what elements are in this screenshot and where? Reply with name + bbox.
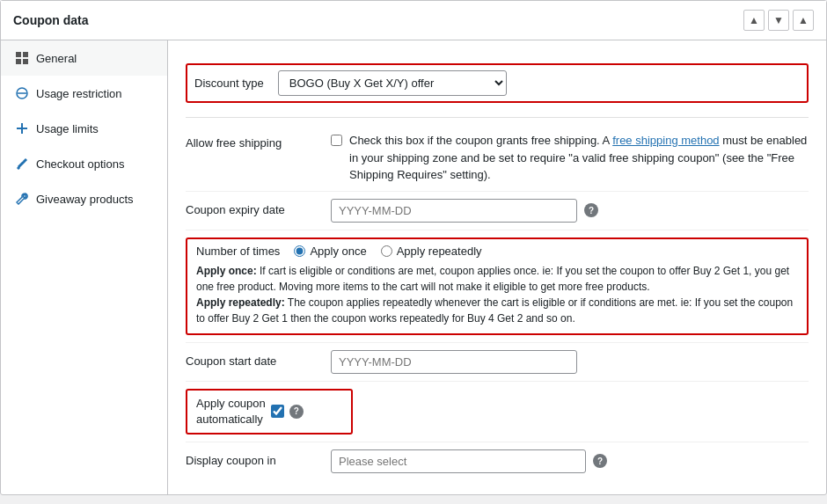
display-coupon-input[interactable]	[331, 449, 586, 473]
sidebar-item-checkout-options[interactable]: Checkout options	[1, 146, 167, 181]
expiry-date-input[interactable]	[331, 199, 577, 223]
apply-once-desc: If cart is eligible or conditions are me…	[196, 265, 789, 293]
radio-group: Apply once Apply repeatedly	[294, 245, 481, 258]
apply-once-option[interactable]: Apply once	[294, 245, 366, 258]
page-title: Coupon data	[13, 13, 89, 27]
free-shipping-text: Check this box if the coupon grants free…	[349, 132, 809, 184]
sidebar-label-usage-restriction: Usage restriction	[36, 87, 122, 100]
expiry-date-help-icon[interactable]: ?	[584, 203, 598, 217]
expand-button[interactable]: ▲	[793, 10, 814, 31]
form-rows: Allow free shipping Check this box if th…	[186, 121, 809, 480]
grid-icon	[15, 51, 29, 65]
free-shipping-content: Check this box if the coupon grants free…	[331, 132, 809, 184]
apply-repeatedly-radio[interactable]	[381, 245, 392, 257]
sidebar: General Usage restriction Usage limits C…	[1, 40, 168, 494]
coupon-header: Coupon data ▲ ▼ ▲	[1, 1, 826, 40]
no-entry-icon	[15, 86, 29, 100]
free-shipping-label: Allow free shipping	[186, 132, 331, 150]
start-date-row: Coupon start date	[186, 343, 809, 382]
free-shipping-checkbox-row: Check this box if the coupon grants free…	[331, 132, 809, 184]
apply-once-label: Apply once	[310, 245, 366, 258]
apply-repeatedly-label: Apply repeatedly	[397, 245, 482, 258]
display-coupon-help-icon[interactable]: ?	[593, 454, 607, 468]
svg-rect-2	[16, 59, 21, 64]
sidebar-label-checkout-options: Checkout options	[36, 157, 124, 171]
header-controls: ▲ ▼ ▲	[743, 10, 814, 31]
display-coupon-row: Display coupon in ?	[186, 442, 809, 480]
apply-auto-help-icon[interactable]: ?	[289, 405, 304, 419]
sidebar-label-usage-limits: Usage limits	[36, 122, 99, 135]
svg-rect-0	[16, 52, 21, 57]
collapse-up-button[interactable]: ▲	[743, 10, 765, 31]
free-shipping-checkbox[interactable]	[331, 135, 342, 146]
plus-icon	[15, 121, 29, 135]
apply-repeatedly-option[interactable]: Apply repeatedly	[381, 245, 482, 258]
apply-once-radio[interactable]	[294, 245, 305, 257]
collapse-down-button[interactable]: ▼	[768, 10, 789, 31]
sidebar-item-general[interactable]: General	[1, 40, 167, 76]
start-date-label: Coupon start date	[186, 350, 331, 368]
main-content: Discount type Percentage discount Fixed …	[168, 40, 826, 494]
wrench2-icon	[15, 192, 29, 206]
number-of-times-label: Number of times	[196, 245, 280, 258]
apply-auto-checkbox[interactable]	[271, 405, 284, 418]
free-shipping-row: Allow free shipping Check this box if th…	[186, 125, 809, 192]
svg-rect-1	[23, 52, 28, 57]
sidebar-item-giveaway-products[interactable]: Giveaway products	[1, 181, 167, 216]
start-date-content	[331, 350, 809, 374]
free-shipping-link[interactable]: free shipping method	[612, 134, 719, 147]
discount-type-highlighted-box: Discount type Percentage discount Fixed …	[186, 63, 809, 103]
sidebar-item-usage-restriction[interactable]: Usage restriction	[1, 76, 167, 111]
sidebar-label-giveaway-products: Giveaway products	[36, 193, 134, 206]
display-coupon-content: ?	[331, 449, 809, 473]
apply-repeatedly-bold: Apply repeatedly:	[196, 296, 285, 309]
number-of-times-row: Number of times Apply once Apply repeate…	[186, 230, 809, 343]
apply-description: Apply once: If cart is eligible or condi…	[196, 263, 798, 326]
apply-once-bold: Apply once:	[196, 265, 257, 277]
coupon-body: General Usage restriction Usage limits C…	[1, 40, 826, 494]
sidebar-label-general: General	[36, 52, 77, 65]
wrench-icon	[15, 157, 29, 171]
number-of-times-content: Number of times Apply once Apply repeate…	[186, 237, 809, 335]
discount-type-label: Discount type	[194, 77, 264, 90]
discount-type-select[interactable]: Percentage discount Fixed cart discount …	[278, 70, 507, 96]
svg-rect-3	[23, 59, 28, 64]
apply-auto-label: Apply coupon automatically	[196, 396, 266, 427]
apply-repeatedly-desc: The coupon applies repeatedly whenever t…	[196, 296, 793, 325]
expiry-date-content: ?	[331, 199, 809, 223]
expiry-date-label: Coupon expiry date	[186, 199, 331, 216]
apply-auto-row: Apply coupon automatically ?	[186, 382, 809, 442]
expiry-date-row: Coupon expiry date ?	[186, 192, 809, 230]
display-coupon-label: Display coupon in	[186, 449, 331, 467]
discount-type-section: Discount type Percentage discount Fixed …	[186, 55, 809, 118]
sidebar-item-usage-limits[interactable]: Usage limits	[1, 111, 167, 146]
start-date-input[interactable]	[331, 350, 577, 374]
apply-auto-content: Apply coupon automatically ?	[186, 389, 809, 435]
